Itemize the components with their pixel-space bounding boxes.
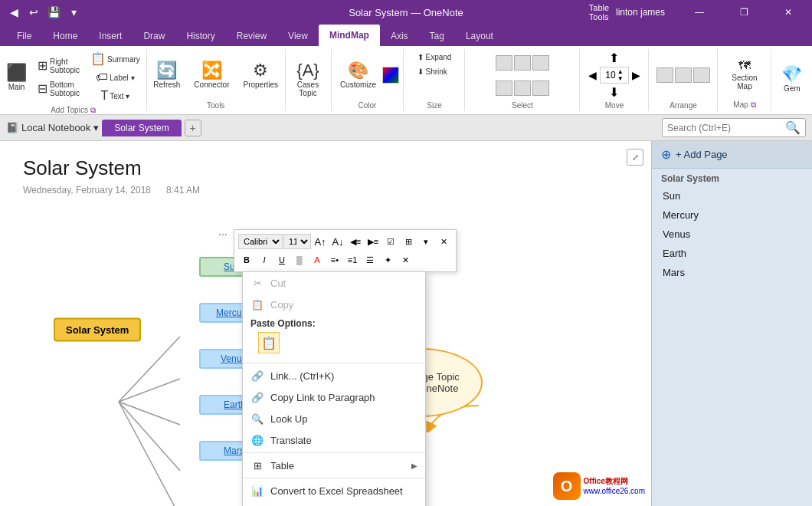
select-btn-5[interactable] [514,80,531,96]
undo-icon[interactable]: ↩ [26,5,41,20]
node-dots: ··· [218,228,228,240]
checkbox-button[interactable]: ☑ [382,233,399,250]
customize-icon[interactable]: ▾ [66,5,81,20]
solar-system-tab[interactable]: Solar System [102,120,181,136]
move-value: 10 [605,70,615,80]
tab-review[interactable]: Review [226,26,277,46]
more-button[interactable]: ▾ [417,233,434,250]
gem-button[interactable]: 💎 Gem [777,64,807,95]
font-select[interactable]: Calibri [238,234,283,249]
office26-logo: O [553,472,581,500]
ribbon: ⬛ Main ⊞ RightSubtopic ⊟ BottomSubtopic … [0,46,812,115]
number-list-button[interactable]: ≡1 [344,251,361,268]
node-solar-system[interactable]: Solar System [54,318,141,342]
font-shrink-button[interactable]: A↓ [329,233,346,250]
tab-mindmap[interactable]: MindMap [319,25,380,46]
ctx-convert-excel[interactable]: 📊 Convert to Excel Spreadsheet [243,480,425,501]
select-btn-4[interactable] [496,80,512,96]
back-icon[interactable]: ◀ [6,5,21,20]
main-button[interactable]: ⬛ Main [2,62,31,94]
sidebar-page-mercury[interactable]: Mercury [652,205,812,225]
ctx-table[interactable]: ⊞ Table ▶ [243,455,425,476]
add-tab-button[interactable]: + [185,120,201,136]
notebook-bar: 📓 Local Notebook ▾ Solar System + 🔍 [0,115,812,141]
fmt-row-2: B I U ▒ A ≡• ≡1 ☰ ✦ ✕ [237,251,453,269]
connector-button[interactable]: 🔀 Connector [189,60,234,91]
arrange-btn-3[interactable] [693,67,710,83]
move-spinners[interactable]: ▲▼ [617,68,624,82]
clear-format-button[interactable]: ✦ [379,251,396,268]
sidebar-page-earth[interactable]: Earth [652,244,812,263]
refresh-button[interactable]: 🔄 Refresh [149,60,185,91]
lookup-icon: 🔍 [250,412,264,426]
table-insert-button[interactable]: ⊞ [400,233,417,250]
ctx-copy-link[interactable]: 🔗 Copy Link to Paragraph [243,386,425,408]
tab-home[interactable]: Home [42,26,88,46]
select-btn-2[interactable] [514,55,531,71]
move-left-icon[interactable]: ◀ [588,69,597,81]
customize-button[interactable]: 🎨 Customize [336,60,381,91]
cases-icon: {A} [296,62,319,79]
move-right-icon[interactable]: ▶ [632,69,640,81]
minimize-button[interactable]: — [682,0,717,25]
search-icon[interactable]: 🔍 [785,120,801,135]
tab-file[interactable]: File [6,26,42,46]
font-grow-button[interactable]: A↑ [312,233,329,250]
tab-draw[interactable]: Draw [133,26,175,46]
ctx-author[interactable]: 👤 linton james at 2/14/2018 9:06 AM [243,501,425,506]
tab-insert[interactable]: Insert [88,26,133,46]
ctx-lookup[interactable]: 🔍 Look Up [243,408,425,429]
select-btn-3[interactable] [532,55,549,71]
section-map-button[interactable]: 🗺 SectionMap [727,58,761,93]
label-button[interactable]: 🏷 Label ▾ [86,69,145,86]
sidebar-page-mars[interactable]: Mars [652,263,812,282]
arrange-btn-1[interactable] [656,67,673,83]
format-more-button[interactable]: ☰ [362,251,378,268]
bold-button[interactable]: B [238,251,255,268]
right-subtopic-button[interactable]: ⊞ RightSubtopic [33,55,84,77]
bullet-list-button[interactable]: ≡• [326,251,343,268]
expand-view-button[interactable]: ⤢ [627,149,643,166]
text-button[interactable]: T Text ▾ [86,87,145,104]
select-btn-1[interactable] [496,55,512,71]
notebook-title[interactable]: 📓 Local Notebook ▾ [6,122,99,133]
cases-topic-button[interactable]: {A} CasesTopic [292,60,323,100]
ctx-translate[interactable]: 🌐 Translate [243,429,425,451]
tab-view[interactable]: View [277,26,319,46]
ctx-cut[interactable]: ✂ Cut [243,272,425,294]
close-fmt2-button[interactable]: ✕ [397,251,414,268]
paste-icon-button[interactable]: 📋 [258,332,280,353]
italic-button[interactable]: I [256,251,273,268]
bottom-subtopic-button[interactable]: ⊟ BottomSubtopic [33,78,84,100]
tab-history[interactable]: History [175,26,225,46]
highlight-button[interactable]: ▒ [291,251,308,268]
sidebar-page-venus[interactable]: Venus [652,225,812,244]
save-icon[interactable]: 💾 [46,5,61,20]
summary-button[interactable]: 📋 Summary [86,51,145,67]
select-btn-6[interactable] [532,80,549,96]
tab-axis[interactable]: Axis [380,26,419,46]
move-up-icon[interactable]: ⬆ [609,51,619,65]
close-fmt-button[interactable]: ✕ [435,233,452,250]
tab-layout[interactable]: Layout [455,26,504,46]
indent-increase-button[interactable]: ▶≡ [365,233,381,250]
underline-button[interactable]: U [273,251,290,268]
add-page-button[interactable]: ⊕ + Add Page [652,141,812,169]
shrink-button[interactable]: ⬇ Shrink [413,65,452,78]
font-color-button[interactable]: A [309,251,326,268]
ctx-link[interactable]: 🔗 Link... (Ctrl+K) [243,365,425,386]
color-picker[interactable] [382,67,399,84]
right-subtopic-icon: ⊞ [38,60,47,72]
font-size-select[interactable]: 11 [283,234,311,249]
indent-decrease-button[interactable]: ◀≡ [347,233,364,250]
restore-button[interactable]: ❐ [726,0,761,25]
arrange-btn-2[interactable] [675,67,692,83]
move-down-icon[interactable]: ⬇ [609,85,619,100]
search-input[interactable] [667,123,782,133]
close-button[interactable]: ✕ [771,0,806,25]
tab-tag[interactable]: Tag [419,26,455,46]
ctx-copy[interactable]: 📋 Copy [243,294,425,315]
sidebar-page-sun[interactable]: Sun [652,186,812,205]
expand-button[interactable]: ⬆ Expand [413,51,457,64]
properties-button[interactable]: ⚙ Properties [238,60,283,91]
